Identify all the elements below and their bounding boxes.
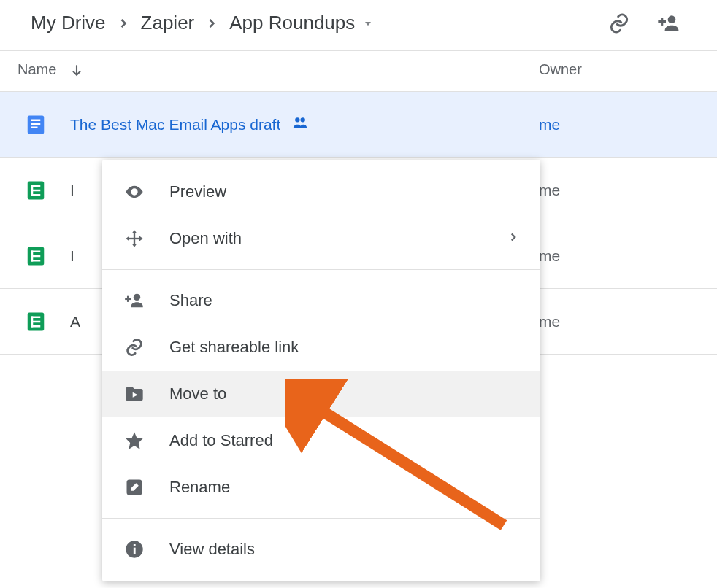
file-row[interactable]: The Best Mac Email Apps draft me xyxy=(0,92,717,158)
get-link-button[interactable] xyxy=(606,10,632,36)
breadcrumb-current-label: App Roundups xyxy=(229,12,355,34)
svg-marker-0 xyxy=(365,22,371,26)
svg-rect-35 xyxy=(127,296,129,302)
svg-point-1 xyxy=(668,15,676,23)
file-name-cell: The Best Mac Email Apps draft xyxy=(70,115,539,134)
svg-rect-7 xyxy=(31,123,41,125)
svg-rect-23 xyxy=(31,316,41,318)
context-menu: Preview Open with Share Get shareable li… xyxy=(102,160,540,581)
svg-marker-28 xyxy=(132,244,137,247)
svg-rect-20 xyxy=(31,260,41,262)
svg-rect-18 xyxy=(31,250,41,252)
svg-rect-8 xyxy=(31,126,38,128)
eye-icon xyxy=(123,180,146,204)
menu-item-view-details[interactable]: View details xyxy=(102,526,540,573)
svg-rect-15 xyxy=(31,194,41,196)
svg-point-26 xyxy=(133,190,137,194)
col-header-owner[interactable]: Owner xyxy=(539,61,699,78)
menu-label: Add to Starred xyxy=(169,431,520,450)
chevron-right-icon xyxy=(507,229,520,248)
file-owner: me xyxy=(539,313,699,330)
menu-item-add-star[interactable]: Add to Starred xyxy=(102,417,540,464)
menu-label: View details xyxy=(169,540,520,559)
caret-down-icon xyxy=(362,12,374,34)
menu-label: Rename xyxy=(169,478,520,497)
add-person-icon xyxy=(123,289,146,312)
svg-marker-30 xyxy=(139,236,143,241)
file-name: A xyxy=(70,313,80,330)
svg-rect-19 xyxy=(31,255,41,257)
menu-label: Move to xyxy=(169,384,520,403)
svg-marker-27 xyxy=(132,230,137,233)
docs-icon xyxy=(18,114,70,136)
svg-rect-6 xyxy=(31,119,41,121)
folder-move-icon xyxy=(123,382,146,406)
chevron-right-icon xyxy=(115,15,132,32)
move-arrows-icon xyxy=(123,227,146,250)
toolbar: My Drive Zapier App Roundups xyxy=(0,0,717,51)
info-icon xyxy=(123,538,146,561)
menu-item-preview[interactable]: Preview xyxy=(102,169,540,215)
menu-label: Preview xyxy=(169,182,520,201)
col-header-name[interactable]: Name xyxy=(18,61,539,78)
share-button[interactable] xyxy=(656,10,682,36)
menu-divider xyxy=(102,269,540,270)
sheets-icon xyxy=(18,179,70,201)
breadcrumb-current-folder[interactable]: App Roundups xyxy=(225,9,378,37)
svg-marker-29 xyxy=(126,236,129,241)
column-headers: Name Owner xyxy=(0,51,717,92)
star-icon xyxy=(123,429,146,452)
menu-item-get-link[interactable]: Get shareable link xyxy=(102,324,540,371)
svg-rect-13 xyxy=(31,185,41,187)
svg-rect-40 xyxy=(134,548,136,554)
menu-item-open-with[interactable]: Open with xyxy=(102,215,540,262)
toolbar-actions xyxy=(606,10,699,36)
arrow-down-icon xyxy=(69,63,84,77)
svg-rect-24 xyxy=(31,320,41,322)
svg-rect-25 xyxy=(31,325,41,328)
menu-label: Share xyxy=(169,291,520,310)
sheets-icon xyxy=(18,245,70,267)
menu-item-share[interactable]: Share xyxy=(102,277,540,324)
menu-item-move-to[interactable]: Move to xyxy=(102,371,540,417)
svg-rect-41 xyxy=(134,544,136,546)
rename-icon xyxy=(123,476,146,499)
chevron-right-icon xyxy=(203,15,221,32)
file-owner: me xyxy=(539,116,699,134)
file-name: The Best Mac Email Apps draft xyxy=(70,116,280,134)
svg-marker-37 xyxy=(126,432,142,449)
link-icon xyxy=(123,336,146,359)
menu-label: Get shareable link xyxy=(169,338,520,357)
svg-point-33 xyxy=(134,294,140,301)
col-header-name-label: Name xyxy=(18,61,56,78)
file-name: I xyxy=(70,182,74,199)
menu-item-rename[interactable]: Rename xyxy=(102,464,540,511)
svg-rect-3 xyxy=(661,18,663,26)
menu-divider xyxy=(102,518,540,519)
breadcrumb-item-mydrive[interactable]: My Drive xyxy=(26,9,110,37)
svg-rect-14 xyxy=(31,189,41,191)
breadcrumb: My Drive Zapier App Roundups xyxy=(26,9,602,37)
file-owner: me xyxy=(539,247,699,265)
breadcrumb-item-zapier[interactable]: Zapier xyxy=(137,9,199,37)
menu-label: Open with xyxy=(169,229,483,248)
sheets-icon xyxy=(18,311,70,333)
shared-icon xyxy=(292,115,308,134)
svg-rect-32 xyxy=(129,238,139,239)
file-owner: me xyxy=(539,182,699,199)
svg-point-9 xyxy=(295,117,299,122)
svg-point-10 xyxy=(301,117,305,122)
file-name: I xyxy=(70,247,74,265)
